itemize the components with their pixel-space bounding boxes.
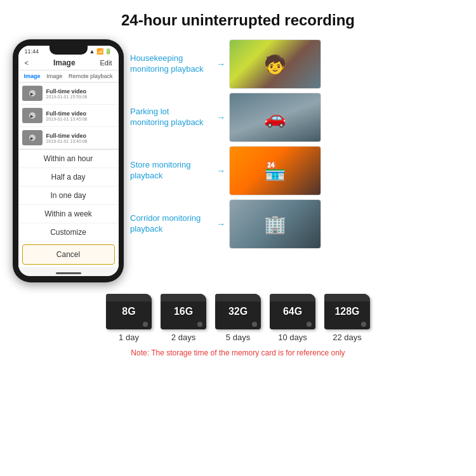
video-title: Full-time video (46, 110, 88, 117)
sd-size-32g: 32G (228, 306, 248, 317)
storage-section: 8G 1 day 16G 2 days 32G 5 days 64G (13, 294, 463, 357)
video-thumb: ▶ (22, 86, 43, 101)
middle-section: 11:44 ▲ 📶 🔋 < Image Edit Image Image Rem… (13, 39, 463, 282)
tab-image[interactable]: Image (23, 73, 40, 79)
menu-item-within-hour[interactable]: Within an hour (18, 150, 119, 168)
video-date: 2019-01-01 13:45:08 (46, 117, 88, 121)
menu-item-half-day[interactable]: Half a day (18, 168, 119, 187)
menu-item-customize[interactable]: Customize (18, 223, 119, 242)
label-store: Store monitoring playback (130, 160, 213, 182)
monitoring-row-store: Store monitoring playback → (130, 146, 463, 195)
sd-size-8g: 8G (122, 306, 135, 317)
video-info: Full-time video 2019-01-01 13:45:08 (46, 110, 88, 121)
storage-card-8g: 8G 1 day (106, 294, 152, 342)
sd-card-128g: 128G (324, 294, 370, 329)
phone-nav-bar: < Image Edit (18, 56, 119, 70)
video-thumb: ▶ (22, 130, 43, 145)
video-thumb: ▶ (22, 108, 43, 123)
video-info: Full-time video 2019-01-01 15:59:08 (46, 88, 88, 99)
tab-image2[interactable]: Image (46, 73, 62, 79)
menu-item-one-day[interactable]: In one day (18, 187, 119, 205)
sd-size-128g: 128G (334, 306, 359, 317)
label-housekeeping: Housekeeping monitoring playback (130, 53, 213, 75)
storage-card-16g: 16G 2 days (161, 294, 206, 342)
phone-mockup: 11:44 ▲ 📶 🔋 < Image Edit Image Image Rem… (13, 39, 124, 282)
storage-card-32g: 32G 5 days (215, 294, 261, 342)
list-item[interactable]: ▶ Full-time video 2019-01-01 13:45:08 (18, 105, 119, 127)
video-info: Full-time video 2019-01-01 13:40:08 (46, 133, 88, 143)
days-32g: 5 days (226, 333, 250, 342)
phone-screen: 11:44 ▲ 📶 🔋 < Image Edit Image Image Rem… (18, 46, 119, 276)
phone-edit-btn[interactable]: Edit (100, 59, 112, 67)
menu-cancel-btn[interactable]: Cancel (22, 244, 115, 265)
days-8g: 1 day (119, 333, 139, 342)
sd-card-32g: 32G (215, 294, 261, 329)
sd-card-64g: 64G (270, 294, 315, 329)
play-icon: ▶ (29, 135, 36, 141)
monitoring-row-parking: Parking lot monitoring playback → (130, 93, 463, 142)
home-bar (56, 272, 81, 274)
list-item[interactable]: ▶ Full-time video 2019-01-01 15:59:08 (18, 83, 119, 105)
monitoring-row-corridor: Corridor monitoring playback → (130, 199, 463, 249)
label-corridor: Corridor monitoring playback (130, 213, 213, 235)
days-128g: 22 days (333, 333, 362, 342)
phone-back-btn[interactable]: < (25, 59, 29, 67)
photo-store (229, 146, 321, 195)
phone-home-bar (18, 267, 119, 276)
label-parking: Parking lot monitoring playback (130, 107, 213, 128)
list-item[interactable]: ▶ Full-time video 2019-01-01 13:40:08 (18, 127, 119, 149)
phone-video-list: ▶ Full-time video 2019-01-01 15:59:08 ▶ … (18, 83, 119, 149)
page-title: 24-hour uninterrupted recording (121, 11, 355, 29)
sd-size-64g: 64G (283, 306, 302, 317)
menu-item-week[interactable]: Within a week (18, 205, 119, 223)
page-wrapper: 24-hour uninterrupted recording 11:44 ▲ … (0, 0, 476, 476)
storage-card-128g: 128G 22 days (324, 294, 370, 342)
arrow-icon-corridor: → (216, 219, 225, 229)
sd-card-16g: 16G (161, 294, 206, 329)
storage-cards: 8G 1 day 16G 2 days 32G 5 days 64G (106, 294, 370, 342)
photo-parking (229, 93, 321, 142)
sd-card-8g: 8G (106, 294, 152, 329)
days-16g: 2 days (171, 333, 195, 342)
arrow-icon-store: → (216, 166, 225, 176)
arrow-icon-housekeeping: → (216, 59, 225, 69)
phone-notch (50, 46, 88, 55)
phone-time: 11:44 (25, 48, 39, 55)
monitoring-section: Housekeeping monitoring playback → Parki… (130, 39, 463, 249)
days-64g: 10 days (278, 333, 307, 342)
tab-remote[interactable]: Remote playback (69, 73, 113, 79)
storage-note: Note: The storage time of the memory car… (131, 348, 345, 357)
phone-menu-overlay: Within an hour Half a day In one day Wit… (18, 149, 119, 267)
photo-housekeeping (229, 39, 321, 89)
phone-screen-title: Image (53, 58, 76, 67)
photo-corridor (229, 199, 321, 249)
play-icon: ▶ (29, 90, 36, 96)
monitoring-row-housekeeping: Housekeeping monitoring playback → (130, 39, 463, 89)
arrow-icon-parking: → (216, 112, 225, 122)
video-title: Full-time video (46, 88, 88, 95)
phone-status-icons: ▲ 📶 🔋 (89, 48, 112, 55)
sd-size-16g: 16G (174, 306, 193, 317)
storage-card-64g: 64G 10 days (270, 294, 315, 342)
video-title: Full-time video (46, 133, 88, 139)
video-date: 2019-01-01 13:40:08 (46, 139, 88, 143)
video-date: 2019-01-01 15:59:08 (46, 95, 88, 99)
phone-tabs: Image Image Remote playback (18, 70, 119, 83)
play-icon: ▶ (29, 112, 36, 119)
